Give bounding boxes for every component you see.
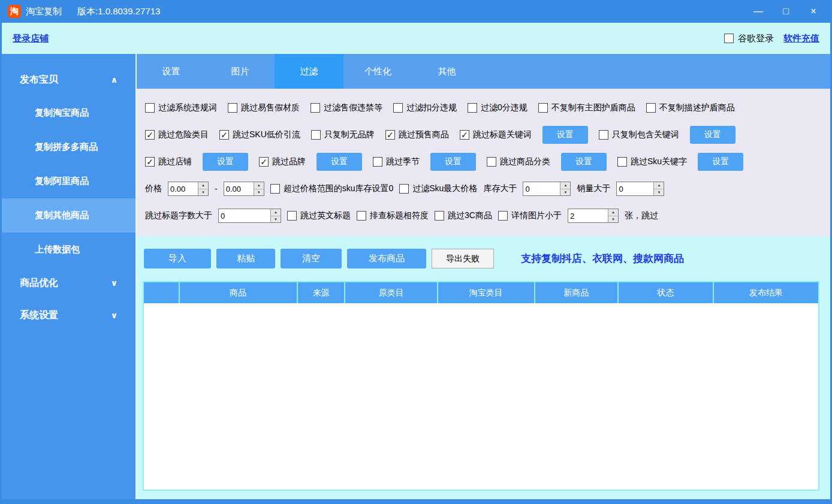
filter-row-1: 过滤系统违规词 跳过易售假材质 过滤售假违禁等 过滤扣分违规 过滤0分违规 不复…: [145, 97, 825, 119]
checkbox[interactable]: [399, 184, 409, 194]
sidebar-group-settings[interactable]: 系统设置 ∨: [2, 299, 135, 331]
sales-input[interactable]: [617, 182, 653, 195]
tab-filter[interactable]: 过滤: [275, 54, 343, 89]
checkbox[interactable]: [145, 157, 155, 167]
import-button[interactable]: 导入: [144, 249, 211, 268]
checkbox-label: 跳过标题关键词: [473, 129, 532, 140]
checkbox-label: 排查标题相符度: [370, 210, 429, 221]
spin-up-icon[interactable]: ▲: [654, 182, 664, 189]
checkbox[interactable]: [357, 211, 366, 221]
tab-label: 过滤: [300, 66, 318, 77]
close-icon[interactable]: ×: [807, 6, 819, 17]
skip-brand: 跳过品牌: [259, 156, 306, 167]
sidebar-group-publish[interactable]: 发布宝贝 ∧: [2, 64, 135, 96]
detail-images-input[interactable]: [568, 209, 608, 222]
price-max-input[interactable]: [224, 182, 254, 195]
checkbox[interactable]: [385, 130, 395, 140]
publish-button[interactable]: 发布商品: [347, 249, 426, 268]
checkbox[interactable]: [270, 184, 280, 194]
clear-button[interactable]: 清空: [281, 249, 342, 268]
sidebar-item-label: 复制其他商品: [35, 210, 89, 221]
skip-shop-settings-button[interactable]: 设置: [203, 153, 248, 171]
sidebar-item-label: 上传数据包: [35, 244, 80, 255]
checkbox-label: 只复制无品牌: [324, 129, 375, 140]
filter-panel: 过滤系统违规词 跳过易售假材质 过滤售假违禁等 过滤扣分违规 过滤0分违规 不复…: [137, 89, 830, 236]
spin-down-icon[interactable]: ▼: [254, 189, 264, 196]
check-title-similarity: 排查标题相符度: [357, 210, 429, 221]
sidebar-item-copy-ali[interactable]: 复制阿里商品: [2, 164, 135, 198]
spin-down-icon[interactable]: ▼: [560, 189, 570, 196]
checkbox[interactable]: [228, 103, 237, 113]
title-length-input[interactable]: [219, 209, 270, 222]
skip-category-settings-button[interactable]: 设置: [561, 153, 607, 171]
price-min-input[interactable]: [168, 182, 198, 195]
spin-up-icon[interactable]: ▲: [560, 182, 570, 189]
export-failed-button[interactable]: 导出失败: [432, 249, 494, 268]
maximize-icon[interactable]: □: [780, 6, 792, 17]
checkbox-label: 详情图片小于: [511, 210, 562, 221]
google-login-checkbox[interactable]: [724, 34, 734, 43]
checkbox[interactable]: [460, 130, 469, 140]
tab-label: 设置: [162, 66, 180, 77]
checkbox[interactable]: [311, 130, 321, 140]
price-max-spinner: ▲▼: [224, 182, 264, 196]
checkbox[interactable]: [646, 103, 656, 113]
checkbox[interactable]: [617, 157, 627, 167]
sku-stock-zero-out-of-range: 超过价格范围的sku库存设置0: [270, 183, 394, 194]
checkbox-label: 超过价格范围的sku库存设置0: [284, 183, 394, 194]
spin-up-icon[interactable]: ▲: [271, 209, 281, 216]
sidebar-item-copy-taobao[interactable]: 复制淘宝商品: [2, 96, 135, 130]
skip-season-settings-button[interactable]: 设置: [430, 153, 476, 171]
tab-other[interactable]: 其他: [412, 54, 481, 89]
checkbox[interactable]: [145, 103, 155, 113]
checkbox[interactable]: [599, 130, 608, 140]
sidebar: 发布宝贝 ∧ 复制淘宝商品 复制拼多多商品 复制阿里商品 复制其他商品 上传数据…: [2, 54, 137, 499]
checkbox[interactable]: [219, 130, 229, 140]
paste-button[interactable]: 粘贴: [216, 249, 275, 268]
minimize-icon[interactable]: —: [752, 6, 764, 17]
spin-down-icon[interactable]: ▼: [271, 216, 281, 223]
tab-personalize[interactable]: 个性化: [343, 54, 412, 89]
checkbox[interactable]: [468, 103, 477, 113]
checkbox[interactable]: [259, 157, 269, 167]
filter-banned-goods: 过滤售假违禁等: [311, 102, 382, 113]
sidebar-group-optimize[interactable]: 商品优化 ∨: [2, 267, 135, 299]
spin-up-icon[interactable]: ▲: [254, 182, 264, 189]
sidebar-group-label: 发布宝贝: [20, 74, 58, 86]
stock-spinner: ▲▼: [523, 182, 571, 196]
checkbox[interactable]: [498, 211, 508, 221]
sidebar-item-copy-other[interactable]: 复制其他商品: [2, 198, 135, 233]
checkbox[interactable]: [145, 130, 155, 140]
tab-images[interactable]: 图片: [206, 54, 275, 89]
sidebar-item-copy-pinduoduo[interactable]: 复制拼多多商品: [2, 130, 135, 164]
filter-zero-violation: 过滤0分违规: [468, 102, 527, 113]
spin-up-icon[interactable]: ▲: [608, 209, 618, 216]
checkbox[interactable]: [487, 157, 496, 167]
checkbox[interactable]: [311, 103, 320, 113]
spin-up-icon[interactable]: ▲: [198, 182, 208, 189]
software-recharge-link[interactable]: 软件充值: [783, 33, 819, 44]
checkbox[interactable]: [393, 103, 403, 113]
include-keywords-settings-button[interactable]: 设置: [690, 126, 735, 144]
checkbox[interactable]: [287, 211, 297, 221]
header-product: 商品: [180, 282, 298, 303]
checkbox-label: 过滤系统违规词: [158, 102, 217, 113]
login-shop-link[interactable]: 登录店铺: [13, 33, 49, 44]
checkbox-label: 跳过预售商品: [399, 129, 449, 140]
checkbox[interactable]: [435, 211, 444, 221]
spin-down-icon[interactable]: ▼: [654, 189, 664, 196]
tab-settings[interactable]: 设置: [137, 54, 206, 89]
checkbox[interactable]: [373, 157, 382, 167]
skip-brand-settings-button[interactable]: 设置: [316, 153, 362, 171]
filter-row-5: 跳过标题字数大于 ▲▼ 跳过英文标题 排查标题相符度 跳过3C商品 详情图片小于…: [145, 205, 825, 227]
sidebar-item-upload-datapack[interactable]: 上传数据包: [2, 233, 135, 267]
header-blank: [144, 282, 180, 303]
checkbox[interactable]: [538, 103, 548, 113]
spin-down-icon[interactable]: ▼: [608, 216, 618, 223]
tab-label: 个性化: [364, 66, 391, 77]
spin-down-icon[interactable]: ▼: [198, 189, 208, 196]
tab-label: 其他: [438, 66, 456, 77]
skip-sku-keyword-settings-button[interactable]: 设置: [698, 153, 743, 171]
stock-input[interactable]: [523, 182, 560, 195]
title-keywords-settings-button[interactable]: 设置: [542, 126, 588, 144]
